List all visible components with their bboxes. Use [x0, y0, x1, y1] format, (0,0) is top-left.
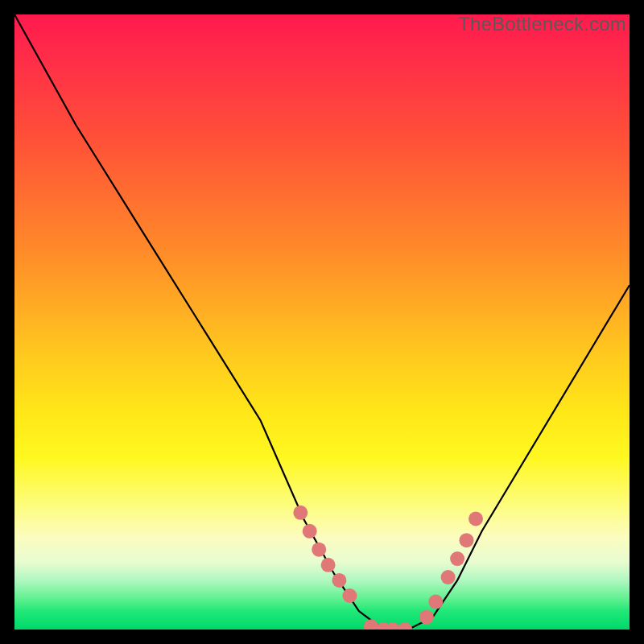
marker-dot [469, 512, 483, 526]
marker-dot [398, 622, 412, 630]
chart-svg [14, 14, 630, 630]
marker-dot [312, 543, 326, 557]
marker-dot [419, 610, 434, 625]
marker-dot [460, 533, 474, 547]
marker-dot [321, 558, 336, 572]
marker-dot [332, 573, 346, 588]
highlighted-points [293, 506, 483, 630]
marker-dot [342, 588, 357, 603]
marker-dot [293, 506, 308, 520]
marker-dot [450, 551, 464, 566]
marker-dot [386, 622, 400, 630]
plot-area: TheBottleneck.com [14, 14, 630, 630]
marker-dot [364, 619, 378, 630]
marker-dot [303, 524, 317, 539]
chart-frame: TheBottleneck.com [0, 0, 644, 644]
marker-dot [441, 570, 456, 584]
marker-dot [428, 595, 443, 609]
bottleneck-curve [14, 14, 630, 630]
